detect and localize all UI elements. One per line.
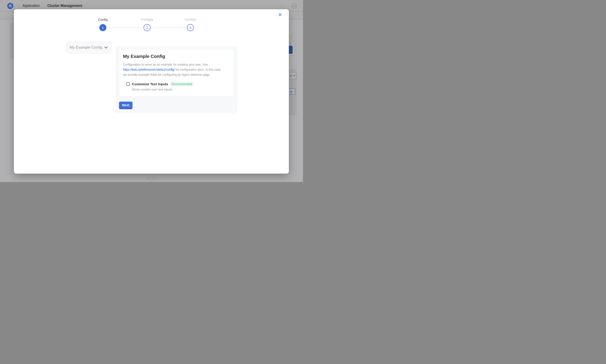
customize-text-inputs-help: Show custom user text inputs: [132, 88, 172, 91]
ellipsis-menu-button[interactable]: [292, 3, 297, 8]
background-select-partial: 0: [288, 72, 296, 79]
customize-text-inputs-checkbox[interactable]: [126, 82, 130, 86]
config-docs-link[interactable]: https://kots.io/reference/v1beta1/config…: [123, 68, 175, 71]
step-label: Confirm: [175, 18, 206, 22]
customize-text-inputs-label[interactable]: Customize Text Inputs: [132, 82, 168, 86]
config-group-title: My Example Config: [123, 54, 165, 59]
chevron-down-icon: [293, 75, 295, 77]
step-number-badge: 2: [144, 24, 151, 31]
description-line: we provide example fields for configurin…: [123, 72, 221, 77]
step-preflight: Preflight 2: [132, 18, 163, 31]
config-group-description: Configuration to serve as an example for…: [123, 62, 221, 77]
nav-tab-cluster-management[interactable]: Cluster Management: [47, 4, 82, 8]
ellipsis-icon: [293, 6, 293, 6]
step-number-badge: 1: [99, 24, 106, 31]
admin-console-page: Application Cluster Management 0 y v1.11…: [0, 0, 303, 182]
step-label: Config: [87, 18, 118, 22]
chevron-down-icon: [104, 47, 108, 49]
config-group-toggle[interactable]: My Example Config: [66, 41, 112, 54]
step-connector: [152, 27, 185, 28]
description-text: for configuration docs. In this case,: [175, 68, 221, 71]
step-confirm: Confirm 3: [175, 18, 206, 31]
step-label: Preflight: [132, 18, 163, 22]
select-value: 0: [290, 74, 291, 78]
recommended-badge: Recommended: [170, 82, 193, 86]
step-connector: [108, 27, 142, 28]
config-group-panel: My Example Config Configuration to serve…: [116, 46, 237, 113]
customize-text-inputs-row: Customize Text Inputs Recommended: [126, 82, 193, 86]
kubernetes-logo-icon: [7, 2, 14, 9]
background-outline-button-partial: y: [288, 88, 295, 94]
description-line: Configuration to serve as an example for…: [123, 62, 221, 67]
nav-tabs: Application Cluster Management: [23, 4, 82, 8]
step-config: Config 1: [87, 18, 118, 31]
config-group-card: My Example Config Configuration to serve…: [119, 50, 234, 97]
config-wizard-modal: ✕ Config 1 Preflight 2 Confirm 3 My Exam…: [14, 9, 289, 174]
close-icon[interactable]: ✕: [278, 12, 282, 17]
step-number-badge: 3: [187, 24, 194, 31]
description-line: https://kots.io/reference/v1beta1/config…: [123, 67, 221, 72]
config-group-label: My Example Config: [70, 45, 102, 50]
next-button[interactable]: Next: [119, 102, 133, 109]
nav-tab-application[interactable]: Application: [23, 4, 40, 8]
app-version: v1.112.1: [129, 176, 177, 180]
